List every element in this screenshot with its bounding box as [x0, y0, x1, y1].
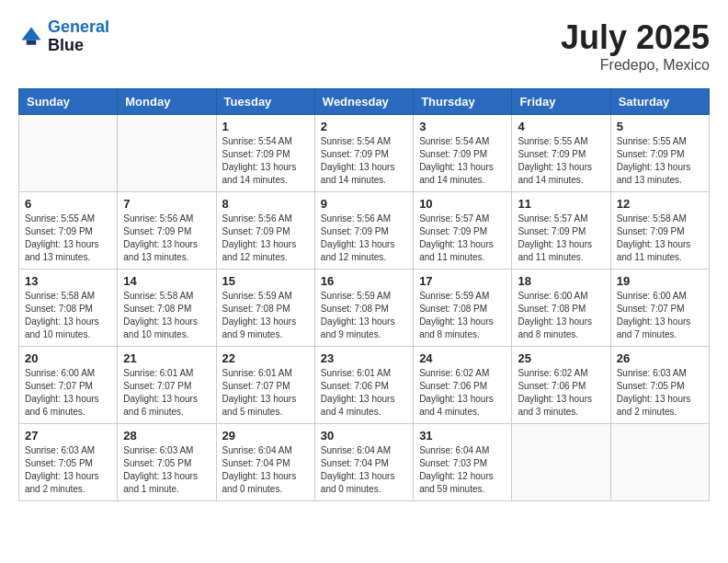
day-number: 28 — [123, 429, 210, 442]
calendar-cell: 10Sunrise: 5:57 AM Sunset: 7:09 PM Dayli… — [414, 192, 512, 270]
logo: General Blue — [18, 18, 109, 55]
day-number: 18 — [518, 274, 604, 288]
day-info: Sunrise: 5:58 AM Sunset: 7:08 PM Dayligh… — [123, 290, 210, 341]
day-number: 16 — [321, 274, 407, 288]
day-number: 30 — [321, 429, 407, 442]
calendar-cell: 5Sunrise: 5:55 AM Sunset: 7:09 PM Daylig… — [610, 115, 709, 192]
calendar-cell: 4Sunrise: 5:55 AM Sunset: 7:09 PM Daylig… — [512, 115, 610, 192]
weekday-header: Saturday — [610, 89, 709, 115]
day-number: 22 — [222, 351, 309, 365]
day-info: Sunrise: 6:01 AM Sunset: 7:06 PM Dayligh… — [321, 367, 407, 419]
day-number: 6 — [25, 197, 111, 211]
weekday-header: Tuesday — [216, 89, 314, 115]
calendar-cell: 27Sunrise: 6:03 AM Sunset: 7:05 PM Dayli… — [19, 424, 118, 501]
day-number: 4 — [518, 120, 604, 133]
day-number: 8 — [222, 197, 309, 211]
location-title: Fredepo, Mexico — [561, 57, 710, 74]
calendar-cell: 6Sunrise: 5:55 AM Sunset: 7:09 PM Daylig… — [19, 192, 118, 270]
calendar-week-row: 27Sunrise: 6:03 AM Sunset: 7:05 PM Dayli… — [19, 424, 710, 501]
day-number: 19 — [617, 274, 703, 288]
calendar-cell: 16Sunrise: 5:59 AM Sunset: 7:08 PM Dayli… — [314, 270, 413, 347]
day-number: 5 — [617, 120, 703, 133]
calendar-cell: 21Sunrise: 6:01 AM Sunset: 7:07 PM Dayli… — [118, 347, 216, 424]
calendar-cell — [610, 424, 709, 501]
calendar-cell: 9Sunrise: 5:56 AM Sunset: 7:09 PM Daylig… — [314, 192, 413, 270]
calendar-cell: 7Sunrise: 5:56 AM Sunset: 7:09 PM Daylig… — [118, 192, 216, 270]
day-info: Sunrise: 5:55 AM Sunset: 7:09 PM Dayligh… — [25, 213, 111, 264]
day-info: Sunrise: 6:01 AM Sunset: 7:07 PM Dayligh… — [123, 367, 210, 419]
day-info: Sunrise: 6:04 AM Sunset: 7:03 PM Dayligh… — [419, 444, 506, 496]
day-number: 12 — [617, 197, 703, 211]
day-info: Sunrise: 6:04 AM Sunset: 7:04 PM Dayligh… — [222, 444, 309, 496]
day-info: Sunrise: 6:00 AM Sunset: 7:07 PM Dayligh… — [617, 290, 703, 341]
day-number: 25 — [518, 351, 604, 365]
calendar-cell: 8Sunrise: 5:56 AM Sunset: 7:09 PM Daylig… — [216, 192, 314, 270]
day-info: Sunrise: 5:58 AM Sunset: 7:09 PM Dayligh… — [617, 213, 703, 264]
day-number: 26 — [617, 351, 703, 365]
day-info: Sunrise: 6:00 AM Sunset: 7:07 PM Dayligh… — [25, 367, 111, 419]
calendar-week-row: 6Sunrise: 5:55 AM Sunset: 7:09 PM Daylig… — [19, 192, 710, 270]
day-info: Sunrise: 6:04 AM Sunset: 7:04 PM Dayligh… — [321, 444, 407, 496]
day-info: Sunrise: 6:02 AM Sunset: 7:06 PM Dayligh… — [518, 367, 604, 419]
calendar-cell: 20Sunrise: 6:00 AM Sunset: 7:07 PM Dayli… — [19, 347, 118, 424]
svg-marker-0 — [22, 27, 41, 40]
weekday-header: Thursday — [414, 89, 512, 115]
day-info: Sunrise: 5:56 AM Sunset: 7:09 PM Dayligh… — [222, 213, 309, 264]
day-info: Sunrise: 5:57 AM Sunset: 7:09 PM Dayligh… — [518, 213, 604, 264]
calendar-cell: 1Sunrise: 5:54 AM Sunset: 7:09 PM Daylig… — [216, 115, 314, 192]
calendar-cell — [19, 115, 118, 192]
day-info: Sunrise: 6:03 AM Sunset: 7:05 PM Dayligh… — [25, 444, 111, 496]
day-number: 15 — [222, 274, 309, 288]
calendar-week-row: 20Sunrise: 6:00 AM Sunset: 7:07 PM Dayli… — [19, 347, 710, 424]
calendar-cell: 25Sunrise: 6:02 AM Sunset: 7:06 PM Dayli… — [512, 347, 610, 424]
day-info: Sunrise: 5:59 AM Sunset: 7:08 PM Dayligh… — [321, 290, 407, 341]
day-info: Sunrise: 6:01 AM Sunset: 7:07 PM Dayligh… — [222, 367, 309, 419]
month-title: July 2025 — [561, 18, 710, 57]
day-info: Sunrise: 5:55 AM Sunset: 7:09 PM Dayligh… — [518, 135, 604, 187]
calendar-table: SundayMondayTuesdayWednesdayThursdayFrid… — [18, 88, 710, 501]
weekday-header: Friday — [512, 89, 610, 115]
weekday-header: Wednesday — [314, 89, 413, 115]
calendar-cell: 30Sunrise: 6:04 AM Sunset: 7:04 PM Dayli… — [314, 424, 413, 501]
day-info: Sunrise: 6:03 AM Sunset: 7:05 PM Dayligh… — [617, 367, 703, 419]
title-block: July 2025 Fredepo, Mexico — [561, 18, 710, 74]
calendar-cell: 15Sunrise: 5:59 AM Sunset: 7:08 PM Dayli… — [216, 270, 314, 347]
calendar-cell — [118, 115, 216, 192]
day-number: 10 — [419, 197, 506, 211]
calendar-cell: 3Sunrise: 5:54 AM Sunset: 7:09 PM Daylig… — [414, 115, 512, 192]
calendar-cell: 2Sunrise: 5:54 AM Sunset: 7:09 PM Daylig… — [314, 115, 413, 192]
day-number: 17 — [419, 274, 506, 288]
day-info: Sunrise: 5:57 AM Sunset: 7:09 PM Dayligh… — [419, 213, 506, 264]
day-info: Sunrise: 5:58 AM Sunset: 7:08 PM Dayligh… — [25, 290, 111, 341]
day-number: 2 — [321, 120, 407, 133]
calendar-cell: 31Sunrise: 6:04 AM Sunset: 7:03 PM Dayli… — [414, 424, 512, 501]
day-info: Sunrise: 5:54 AM Sunset: 7:09 PM Dayligh… — [419, 135, 506, 187]
calendar-cell: 18Sunrise: 6:00 AM Sunset: 7:08 PM Dayli… — [512, 270, 610, 347]
day-info: Sunrise: 5:59 AM Sunset: 7:08 PM Dayligh… — [419, 290, 506, 341]
page-header: General Blue July 2025 Fredepo, Mexico — [18, 18, 710, 74]
day-number: 21 — [123, 351, 210, 365]
calendar-cell: 13Sunrise: 5:58 AM Sunset: 7:08 PM Dayli… — [19, 270, 118, 347]
day-number: 20 — [25, 351, 111, 365]
calendar-cell: 19Sunrise: 6:00 AM Sunset: 7:07 PM Dayli… — [610, 270, 709, 347]
day-number: 29 — [222, 429, 309, 442]
calendar-cell: 23Sunrise: 6:01 AM Sunset: 7:06 PM Dayli… — [314, 347, 413, 424]
calendar-week-row: 1Sunrise: 5:54 AM Sunset: 7:09 PM Daylig… — [19, 115, 710, 192]
calendar-cell: 28Sunrise: 6:03 AM Sunset: 7:05 PM Dayli… — [118, 424, 216, 501]
calendar-cell: 26Sunrise: 6:03 AM Sunset: 7:05 PM Dayli… — [610, 347, 709, 424]
day-number: 31 — [419, 429, 506, 442]
day-info: Sunrise: 5:56 AM Sunset: 7:09 PM Dayligh… — [123, 213, 210, 264]
day-number: 14 — [123, 274, 210, 288]
svg-rect-1 — [27, 40, 37, 44]
day-info: Sunrise: 6:00 AM Sunset: 7:08 PM Dayligh… — [518, 290, 604, 341]
day-info: Sunrise: 5:56 AM Sunset: 7:09 PM Dayligh… — [321, 213, 407, 264]
day-number: 13 — [25, 274, 111, 288]
day-number: 24 — [419, 351, 506, 365]
calendar-cell: 29Sunrise: 6:04 AM Sunset: 7:04 PM Dayli… — [216, 424, 314, 501]
day-info: Sunrise: 6:03 AM Sunset: 7:05 PM Dayligh… — [123, 444, 210, 496]
day-info: Sunrise: 5:59 AM Sunset: 7:08 PM Dayligh… — [222, 290, 309, 341]
calendar-cell: 24Sunrise: 6:02 AM Sunset: 7:06 PM Dayli… — [414, 347, 512, 424]
calendar-week-row: 13Sunrise: 5:58 AM Sunset: 7:08 PM Dayli… — [19, 270, 710, 347]
weekday-header: Monday — [118, 89, 216, 115]
day-number: 1 — [222, 120, 309, 133]
